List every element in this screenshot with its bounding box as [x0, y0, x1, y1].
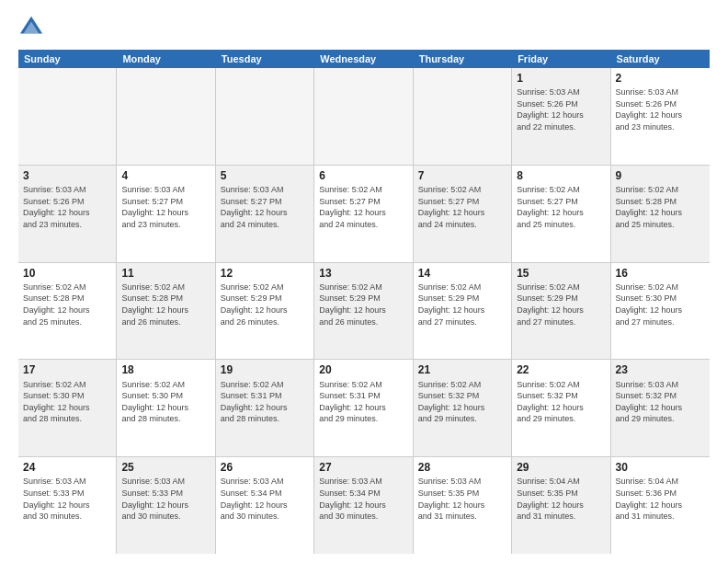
cell-info: Sunrise: 5:02 AMSunset: 5:29 PMDaylight:…	[418, 282, 506, 327]
cell-info: Sunrise: 5:02 AMSunset: 5:29 PMDaylight:…	[221, 282, 309, 327]
cal-cell: 8Sunrise: 5:02 AMSunset: 5:27 PMDaylight…	[512, 166, 610, 262]
cal-cell: 14Sunrise: 5:02 AMSunset: 5:29 PMDayligh…	[414, 263, 512, 360]
cal-cell: 22Sunrise: 5:02 AMSunset: 5:32 PMDayligh…	[512, 360, 610, 456]
header-day-saturday: Saturday	[611, 50, 710, 68]
day-number: 16	[616, 266, 705, 281]
cell-info: Sunrise: 5:02 AMSunset: 5:27 PMDaylight:…	[517, 184, 605, 230]
cal-cell: 28Sunrise: 5:03 AMSunset: 5:35 PMDayligh…	[414, 457, 512, 554]
week-row-2: 3Sunrise: 5:03 AMSunset: 5:26 PMDaylight…	[18, 166, 710, 263]
cell-info: Sunrise: 5:03 AMSunset: 5:33 PMDaylight:…	[23, 476, 111, 522]
day-number: 30	[616, 460, 705, 475]
cal-cell	[117, 68, 215, 165]
cal-cell: 23Sunrise: 5:03 AMSunset: 5:32 PMDayligh…	[611, 360, 710, 456]
cell-info: Sunrise: 5:02 AMSunset: 5:30 PMDaylight:…	[616, 282, 705, 327]
cal-cell: 20Sunrise: 5:02 AMSunset: 5:31 PMDayligh…	[314, 360, 413, 456]
cal-cell: 26Sunrise: 5:03 AMSunset: 5:34 PMDayligh…	[216, 457, 314, 554]
cal-cell: 7Sunrise: 5:02 AMSunset: 5:27 PMDaylight…	[414, 166, 512, 262]
day-number: 10	[23, 266, 111, 281]
day-number: 3	[23, 168, 111, 183]
week-row-1: 1Sunrise: 5:03 AMSunset: 5:26 PMDaylight…	[18, 68, 710, 166]
day-number: 28	[418, 460, 506, 475]
day-number: 9	[616, 168, 705, 183]
cal-cell: 9Sunrise: 5:02 AMSunset: 5:28 PMDaylight…	[611, 166, 710, 262]
day-number: 29	[517, 460, 605, 475]
logo	[18, 15, 48, 40]
cal-cell: 3Sunrise: 5:03 AMSunset: 5:26 PMDaylight…	[18, 166, 117, 262]
cell-info: Sunrise: 5:03 AMSunset: 5:26 PMDaylight:…	[23, 184, 111, 230]
logo-icon	[18, 15, 44, 40]
cal-cell: 19Sunrise: 5:02 AMSunset: 5:31 PMDayligh…	[216, 360, 314, 456]
cal-cell	[18, 68, 117, 165]
cell-info: Sunrise: 5:02 AMSunset: 5:27 PMDaylight:…	[418, 184, 506, 230]
cal-cell: 4Sunrise: 5:03 AMSunset: 5:27 PMDaylight…	[117, 166, 215, 262]
cell-info: Sunrise: 5:02 AMSunset: 5:28 PMDaylight:…	[616, 184, 705, 230]
cell-info: Sunrise: 5:02 AMSunset: 5:28 PMDaylight:…	[121, 282, 210, 327]
day-number: 24	[23, 460, 111, 475]
day-number: 26	[221, 460, 309, 475]
calendar: SundayMondayTuesdayWednesdayThursdayFrid…	[18, 50, 710, 554]
day-number: 6	[319, 168, 407, 183]
cell-info: Sunrise: 5:03 AMSunset: 5:34 PMDaylight:…	[221, 476, 309, 522]
cal-cell: 5Sunrise: 5:03 AMSunset: 5:27 PMDaylight…	[216, 166, 314, 262]
header	[18, 15, 710, 40]
week-row-3: 10Sunrise: 5:02 AMSunset: 5:28 PMDayligh…	[18, 263, 710, 361]
cal-cell: 12Sunrise: 5:02 AMSunset: 5:29 PMDayligh…	[216, 263, 314, 360]
cell-info: Sunrise: 5:02 AMSunset: 5:29 PMDaylight:…	[517, 282, 605, 327]
cal-cell: 6Sunrise: 5:02 AMSunset: 5:27 PMDaylight…	[314, 166, 413, 262]
cal-cell: 24Sunrise: 5:03 AMSunset: 5:33 PMDayligh…	[18, 457, 117, 554]
cell-info: Sunrise: 5:03 AMSunset: 5:32 PMDaylight:…	[616, 379, 705, 425]
header-day-thursday: Thursday	[414, 50, 512, 68]
header-day-sunday: Sunday	[18, 50, 117, 68]
cal-cell: 1Sunrise: 5:03 AMSunset: 5:26 PMDaylight…	[512, 68, 610, 165]
day-number: 15	[517, 266, 605, 281]
cal-cell: 10Sunrise: 5:02 AMSunset: 5:28 PMDayligh…	[18, 263, 117, 360]
cell-info: Sunrise: 5:02 AMSunset: 5:32 PMDaylight:…	[517, 379, 605, 425]
cal-cell	[216, 68, 314, 165]
cell-info: Sunrise: 5:02 AMSunset: 5:31 PMDaylight:…	[319, 379, 407, 425]
cal-cell: 17Sunrise: 5:02 AMSunset: 5:30 PMDayligh…	[18, 360, 117, 456]
day-number: 13	[319, 266, 407, 281]
calendar-header: SundayMondayTuesdayWednesdayThursdayFrid…	[18, 50, 710, 68]
cal-cell: 13Sunrise: 5:02 AMSunset: 5:29 PMDayligh…	[314, 263, 413, 360]
day-number: 14	[418, 266, 506, 281]
day-number: 19	[221, 362, 309, 377]
cell-info: Sunrise: 5:03 AMSunset: 5:26 PMDaylight:…	[517, 86, 605, 132]
cell-info: Sunrise: 5:03 AMSunset: 5:35 PMDaylight:…	[418, 476, 506, 522]
cell-info: Sunrise: 5:04 AMSunset: 5:36 PMDaylight:…	[616, 476, 705, 522]
cell-info: Sunrise: 5:02 AMSunset: 5:31 PMDaylight:…	[221, 379, 309, 425]
week-row-5: 24Sunrise: 5:03 AMSunset: 5:33 PMDayligh…	[18, 457, 710, 554]
cell-info: Sunrise: 5:02 AMSunset: 5:29 PMDaylight:…	[319, 282, 407, 327]
cal-cell: 18Sunrise: 5:02 AMSunset: 5:30 PMDayligh…	[117, 360, 215, 456]
cal-cell: 11Sunrise: 5:02 AMSunset: 5:28 PMDayligh…	[117, 263, 215, 360]
cell-info: Sunrise: 5:02 AMSunset: 5:30 PMDaylight:…	[23, 379, 111, 425]
cal-cell	[314, 68, 413, 165]
week-row-4: 17Sunrise: 5:02 AMSunset: 5:30 PMDayligh…	[18, 360, 710, 457]
cell-info: Sunrise: 5:03 AMSunset: 5:27 PMDaylight:…	[221, 184, 309, 230]
day-number: 22	[517, 362, 605, 377]
cell-info: Sunrise: 5:02 AMSunset: 5:27 PMDaylight:…	[319, 184, 407, 230]
cell-info: Sunrise: 5:03 AMSunset: 5:26 PMDaylight:…	[616, 86, 705, 132]
cell-info: Sunrise: 5:02 AMSunset: 5:28 PMDaylight:…	[23, 282, 111, 327]
header-day-monday: Monday	[117, 50, 215, 68]
cal-cell: 27Sunrise: 5:03 AMSunset: 5:34 PMDayligh…	[314, 457, 413, 554]
day-number: 17	[23, 362, 111, 377]
cal-cell	[414, 68, 512, 165]
day-number: 12	[221, 266, 309, 281]
day-number: 23	[616, 362, 705, 377]
day-number: 11	[121, 266, 210, 281]
day-number: 2	[616, 71, 705, 86]
cell-info: Sunrise: 5:02 AMSunset: 5:32 PMDaylight:…	[418, 379, 506, 425]
day-number: 5	[221, 168, 309, 183]
cell-info: Sunrise: 5:03 AMSunset: 5:34 PMDaylight:…	[319, 476, 407, 522]
header-day-friday: Friday	[512, 50, 610, 68]
day-number: 27	[319, 460, 407, 475]
cell-info: Sunrise: 5:03 AMSunset: 5:33 PMDaylight:…	[121, 476, 210, 522]
cal-cell: 21Sunrise: 5:02 AMSunset: 5:32 PMDayligh…	[414, 360, 512, 456]
day-number: 8	[517, 168, 605, 183]
header-day-wednesday: Wednesday	[314, 50, 413, 68]
day-number: 21	[418, 362, 506, 377]
header-day-tuesday: Tuesday	[216, 50, 314, 68]
cal-cell: 15Sunrise: 5:02 AMSunset: 5:29 PMDayligh…	[512, 263, 610, 360]
calendar-body: 1Sunrise: 5:03 AMSunset: 5:26 PMDaylight…	[18, 68, 710, 554]
cell-info: Sunrise: 5:02 AMSunset: 5:30 PMDaylight:…	[121, 379, 210, 425]
